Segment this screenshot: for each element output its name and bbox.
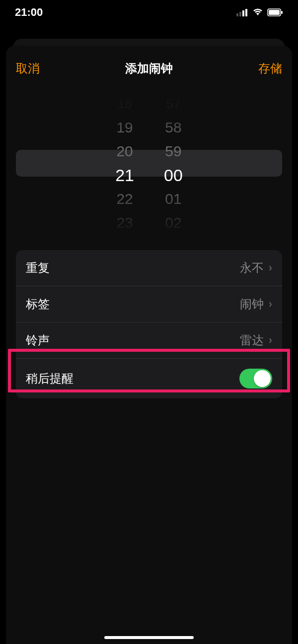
cancel-button[interactable]: 取消: [16, 61, 40, 76]
settings-list: 重复 永不 › 标签 闹钟 › 铃声 雷达 › 稍后提醒: [16, 250, 282, 398]
snooze-row: 稍后提醒: [16, 359, 282, 398]
snooze-toggle[interactable]: [239, 369, 272, 388]
label-row[interactable]: 标签 闹钟 ›: [16, 286, 282, 322]
sound-row[interactable]: 铃声 雷达 ›: [16, 322, 282, 359]
save-button[interactable]: 存储: [258, 61, 282, 76]
picker-item: 58: [165, 116, 181, 139]
row-label: 铃声: [26, 332, 50, 348]
status-bar: 21:00: [0, 0, 298, 25]
picker-item: 18: [118, 92, 132, 116]
row-label: 稍后提醒: [26, 371, 74, 386]
cellular-icon: [236, 8, 248, 16]
minute-column[interactable]: 56 57 58 59 00 01 02 03: [164, 91, 183, 235]
row-value: 永不: [240, 260, 264, 276]
picker-item: 57: [166, 92, 180, 116]
row-value: 雷达: [240, 332, 264, 348]
chevron-right-icon: ›: [269, 261, 272, 274]
svg-rect-2: [242, 10, 244, 16]
picker-item: 23: [116, 211, 133, 235]
wifi-icon: [252, 8, 263, 16]
row-value: 闹钟: [240, 296, 264, 312]
toggle-knob: [254, 370, 271, 387]
chevron-right-icon: ›: [269, 298, 272, 311]
repeat-row[interactable]: 重复 永不 ›: [16, 250, 282, 286]
picker-item-selected: 21: [115, 163, 134, 187]
svg-rect-6: [281, 11, 283, 14]
picker-item-selected: 00: [164, 163, 183, 187]
home-indicator[interactable]: [104, 636, 194, 639]
battery-icon: [267, 8, 283, 16]
add-alarm-sheet: 取消 添加闹钟 存储 17 18 19 20 21 22 23 00 56 57…: [6, 46, 292, 644]
picker-item: 20: [116, 139, 133, 163]
row-label: 重复: [26, 260, 50, 276]
picker-item: 02: [165, 211, 181, 235]
picker-item: 22: [116, 187, 133, 211]
picker-item: 01: [165, 187, 181, 211]
nav-bar: 取消 添加闹钟 存储: [6, 56, 292, 86]
picker-item: 19: [116, 116, 133, 139]
svg-rect-3: [245, 9, 247, 16]
svg-rect-5: [269, 10, 280, 15]
row-label: 标签: [26, 296, 50, 312]
status-icons: [236, 8, 283, 16]
svg-rect-1: [239, 12, 241, 16]
page-title: 添加闹钟: [125, 61, 173, 76]
hour-column[interactable]: 17 18 19 20 21 22 23 00: [115, 91, 134, 235]
picker-item: 59: [165, 139, 181, 163]
chevron-right-icon: ›: [269, 334, 272, 347]
time-picker[interactable]: 17 18 19 20 21 22 23 00 56 57 58 59 00 0…: [16, 91, 282, 235]
status-time: 21:00: [15, 6, 43, 19]
svg-rect-0: [236, 13, 238, 16]
